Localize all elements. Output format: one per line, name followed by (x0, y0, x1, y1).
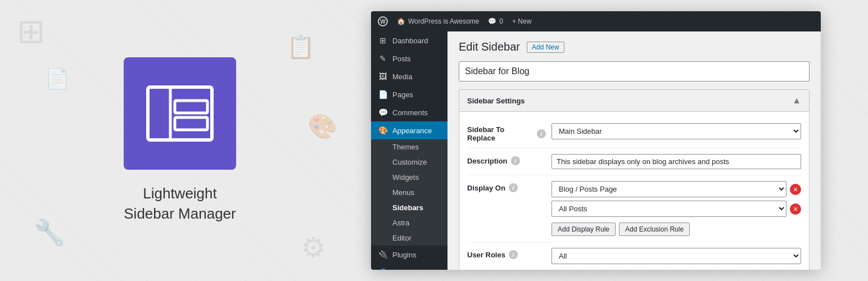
add-display-rule-button[interactable]: Add Display Rule (551, 223, 616, 236)
media-label: Media (392, 72, 412, 81)
add-exclusion-rule-button[interactable]: Add Exclusion Rule (619, 223, 690, 236)
plugin-logo-svg (143, 77, 216, 150)
comments-item[interactable]: 💬 0 (488, 17, 503, 25)
appearance-label: Appearance (392, 126, 432, 135)
display-on-help[interactable]: i (509, 183, 518, 192)
display-on-content: Blog / Posts Page All Pages Front Page ×… (551, 181, 801, 236)
comments-label: Comments (392, 108, 428, 117)
add-new-button[interactable]: Add New (527, 42, 564, 53)
sidebar-item-pages[interactable]: 📄 Pages (371, 85, 447, 103)
media-icon: 🖼 (378, 72, 388, 81)
display-rule-2-select[interactable]: All Posts Specific Post Post Category (551, 201, 786, 217)
wp-sidebar-nav: ⊞ Dashboard ✎ Posts 🖼 Media 📄 Pages 💬 Co… (371, 31, 447, 270)
remove-display-rule-2-button[interactable]: × (790, 203, 801, 215)
users-icon: 👤 (378, 268, 388, 270)
plugins-label: Plugins (392, 251, 417, 259)
svg-rect-2 (175, 101, 207, 113)
sidebar-item-posts[interactable]: ✎ Posts (371, 49, 447, 67)
sub-item-sidebars[interactable]: Sidebars (371, 200, 447, 215)
site-name: WordPress is Awesome (408, 17, 479, 25)
settings-body: Sidebar To Replace i Main Sidebar Footer… (459, 112, 809, 270)
sidebar-item-plugins[interactable]: 🔌 Plugins (371, 246, 447, 264)
posts-label: Posts (392, 55, 411, 63)
bg-icon-4: ⚙ (301, 232, 326, 264)
wp-admin-panel: W 🏠 WordPress is Awesome 💬 0 + New ⊞ Das… (371, 11, 821, 270)
page-title: Edit Sidebar (459, 40, 520, 53)
user-roles-help[interactable]: i (509, 250, 518, 259)
sidebar-to-replace-content: Main Sidebar Footer Widget 1 Footer Widg… (551, 123, 801, 139)
collapse-icon: ▲ (792, 96, 801, 106)
sidebar-item-dashboard[interactable]: ⊞ Dashboard (371, 31, 447, 49)
description-row: Description i (467, 148, 801, 175)
new-item[interactable]: + New (512, 17, 531, 25)
description-label: Description i (467, 154, 546, 165)
sub-item-widgets[interactable]: Widgets (371, 170, 447, 185)
display-rule-2-row: All Posts Specific Post Post Category × (551, 201, 801, 217)
house-icon: 🏠 (397, 17, 405, 25)
display-on-label: Display On i (467, 181, 546, 192)
sub-item-astra[interactable]: Astra (371, 215, 447, 230)
user-roles-label: User Roles i (467, 248, 546, 259)
description-help[interactable]: i (511, 156, 520, 165)
sidebar-to-replace-row: Sidebar To Replace i Main Sidebar Footer… (467, 117, 801, 148)
plugin-logo (124, 57, 236, 170)
bg-icon-3: 🔧 (34, 217, 65, 247)
comments-icon: 💬 (378, 108, 388, 117)
dashboard-label: Dashboard (392, 37, 428, 45)
settings-header[interactable]: Sidebar Settings ▲ (459, 90, 809, 112)
sidebar-item-comments[interactable]: 💬 Comments (371, 103, 447, 121)
user-roles-content: All Administrator Editor Subscriber Add … (551, 248, 801, 270)
sidebar-item-appearance[interactable]: 🎨 Appearance (371, 121, 447, 139)
comments-icon: 💬 (488, 17, 496, 25)
sub-item-editor[interactable]: Editor (371, 230, 447, 246)
settings-panel-title: Sidebar Settings (467, 97, 525, 105)
page-header: Edit Sidebar Add New (459, 40, 810, 53)
pages-label: Pages (392, 90, 413, 99)
description-input[interactable] (551, 154, 801, 169)
sidebar-to-replace-select[interactable]: Main Sidebar Footer Widget 1 Footer Widg… (551, 123, 801, 139)
wp-logo-icon: W (378, 16, 388, 26)
settings-panel: Sidebar Settings ▲ Sidebar To Replace i … (459, 89, 810, 270)
site-name-item[interactable]: 🏠 WordPress is Awesome (397, 17, 479, 25)
display-rule-1-select[interactable]: Blog / Posts Page All Pages Front Page (551, 181, 786, 197)
comments-count: 0 (499, 17, 503, 25)
svg-rect-1 (148, 87, 170, 140)
bg-icon-1: ⊞ (17, 11, 45, 51)
sidebar-name-input[interactable] (459, 61, 810, 81)
bg-icon-2: 📋 (287, 34, 315, 60)
sidebar-to-replace-label: Sidebar To Replace i (467, 123, 546, 142)
posts-icon: ✎ (378, 54, 388, 63)
wp-content-area: Edit Sidebar Add New Sidebar Settings ▲ … (447, 31, 821, 270)
description-content (551, 154, 801, 169)
sidebar-item-media[interactable]: 🖼 Media (371, 67, 447, 85)
rule-buttons: Add Display Rule Add Exclusion Rule (551, 223, 801, 236)
admin-bar: W 🏠 WordPress is Awesome 💬 0 + New (371, 11, 821, 31)
new-label: + New (512, 17, 531, 25)
sidebar-to-replace-help[interactable]: i (537, 129, 546, 138)
users-label: Users (392, 269, 412, 270)
svg-rect-3 (175, 117, 207, 130)
plugin-title: Lightweight Sidebar Manager (124, 183, 236, 224)
display-on-row: Display On i Blog / Posts Page All Pages… (467, 175, 801, 242)
appearance-icon: 🎨 (378, 126, 388, 135)
user-roles-select[interactable]: All Administrator Editor Subscriber (551, 248, 801, 264)
sub-item-themes[interactable]: Themes (371, 139, 447, 155)
dashboard-icon: ⊞ (378, 36, 388, 45)
remove-display-rule-1-button[interactable]: × (790, 184, 801, 195)
user-roles-row: User Roles i All Administrator Editor Su… (467, 242, 801, 270)
wp-logo-item[interactable]: W (378, 16, 388, 26)
left-panel: ⊞ 📋 🔧 ⚙ 📄 🎨 Lightweight Sidebar Manager (0, 0, 360, 281)
sub-item-menus[interactable]: Menus (371, 185, 447, 200)
plugins-icon: 🔌 (378, 250, 388, 259)
bg-icon-5: 📄 (45, 67, 70, 90)
bg-icon-6: 🎨 (308, 112, 337, 140)
sub-item-customize[interactable]: Customize (371, 155, 447, 170)
pages-icon: 📄 (378, 90, 388, 99)
appearance-submenu: Themes Customize Widgets Menus Sidebars … (371, 139, 447, 246)
display-rule-1-row: Blog / Posts Page All Pages Front Page × (551, 181, 801, 197)
sidebar-item-users[interactable]: 👤 Users (371, 264, 447, 270)
wp-main: ⊞ Dashboard ✎ Posts 🖼 Media 📄 Pages 💬 Co… (371, 31, 821, 270)
